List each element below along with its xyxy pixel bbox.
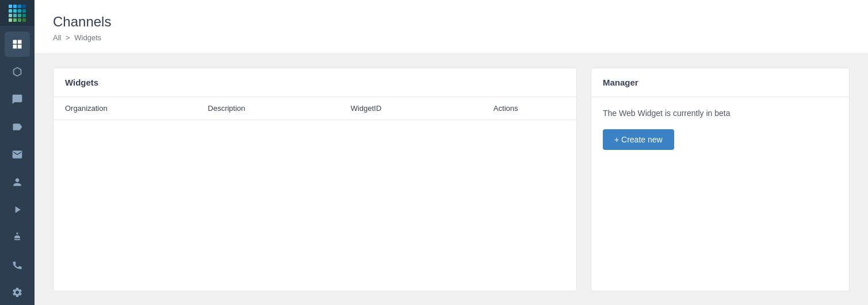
sidebar-item-phone[interactable] [5, 252, 30, 277]
hexagon-icon [12, 66, 23, 78]
sidebar [0, 0, 35, 305]
sidebar-nav [0, 26, 35, 305]
manager-panel: Manager The Web Widget is currently in b… [591, 68, 850, 291]
page-header: Channels All > Widgets [35, 0, 868, 54]
contacts-icon [12, 176, 23, 188]
play-icon [12, 204, 23, 215]
table-header-row: Organization Description WidgetID Action… [53, 97, 576, 120]
sidebar-item-tag[interactable] [5, 114, 30, 140]
col-widgetid: WidgetID [351, 104, 494, 113]
bot-icon [12, 231, 23, 243]
chat-icon [12, 94, 23, 105]
tag-icon [12, 121, 23, 133]
sidebar-item-chat[interactable] [5, 87, 30, 112]
breadcrumb-current: Widgets [74, 33, 101, 42]
page-title: Channels [53, 14, 850, 30]
widgets-panel-title: Widgets [53, 68, 576, 97]
app-logo [0, 0, 35, 26]
message-icon [12, 149, 23, 160]
sidebar-item-hexagon[interactable] [5, 59, 30, 84]
phone-icon [12, 259, 23, 271]
col-description: Description [208, 104, 350, 113]
sidebar-item-play[interactable] [5, 197, 30, 222]
manager-beta-text: The Web Widget is currently in beta [603, 109, 838, 118]
sidebar-item-bot[interactable] [5, 225, 30, 250]
widgets-table: Organization Description WidgetID Action… [53, 97, 576, 120]
breadcrumb-all: All [53, 33, 61, 42]
manager-panel-title: Manager [591, 68, 849, 97]
col-actions: Actions [494, 104, 565, 113]
sidebar-item-message[interactable] [5, 142, 30, 167]
settings-icon [12, 287, 23, 298]
main-content: Channels All > Widgets Widgets Organizat… [35, 0, 868, 305]
breadcrumb-separator: > [66, 33, 70, 42]
create-new-button[interactable]: + Create new [603, 129, 674, 150]
grid-icon [12, 38, 23, 50]
breadcrumb: All > Widgets [53, 33, 850, 42]
logo-grid [9, 5, 26, 22]
content-area: Widgets Organization Description WidgetI… [35, 54, 868, 305]
sidebar-item-grid[interactable] [5, 32, 30, 57]
widgets-panel: Widgets Organization Description WidgetI… [53, 68, 577, 291]
sidebar-item-settings[interactable] [5, 280, 30, 305]
col-organization: Organization [65, 104, 208, 113]
manager-panel-body: The Web Widget is currently in beta + Cr… [591, 97, 849, 161]
sidebar-item-contacts[interactable] [5, 169, 30, 195]
